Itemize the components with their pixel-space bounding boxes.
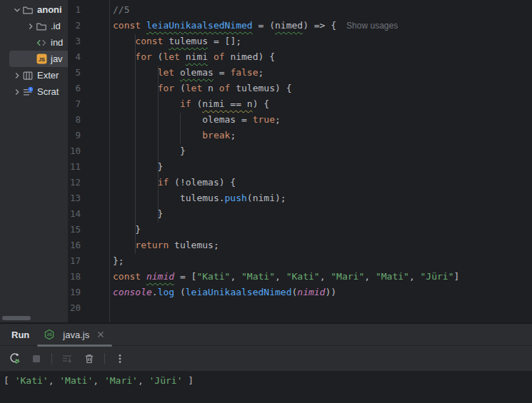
code-line-4[interactable]: 4 for (let nimi of nimed) { (68, 50, 532, 66)
code-editor[interactable]: 1//52const leiaUnikaalsedNimed = (nimed)… (68, 0, 532, 322)
code-text: } (113, 208, 163, 219)
code-text: const leiaUnikaalsedNimed = (nimed) => {… (113, 20, 398, 31)
code-text: tulemus.push(nimi); (113, 193, 286, 203)
chevron-right-icon[interactable] (11, 86, 22, 98)
code-text: let olemas = false; (113, 67, 264, 78)
code-line-13[interactable]: 13 tulemus.push(nimi); (68, 191, 532, 207)
ide-window: anoni.idindJSjavExterScrat 1//52const le… (0, 0, 532, 403)
code-line-18[interactable]: 18const nimid = ["Kati", "Mati", "Kati",… (68, 270, 532, 285)
code-text: break; (113, 130, 236, 141)
project-tree: anoni.idindJSjavExterScrat (0, 1, 68, 100)
code-line-7[interactable]: 7 if (nimi == n) { (68, 97, 532, 113)
code-text: return tulemus; (113, 240, 219, 250)
tree-item-index-file[interactable]: ind (0, 34, 68, 51)
code-line-1[interactable]: 1//5 (68, 3, 532, 19)
stop-icon (29, 352, 44, 366)
tree-item-external-libraries[interactable]: Exter (0, 67, 68, 83)
code-text: } (113, 161, 163, 172)
run-tab-javajs[interactable]: JS java.js (37, 324, 112, 345)
code-line-14[interactable]: 14 } (68, 207, 532, 223)
tree-item-project-root[interactable]: anoni (0, 1, 68, 18)
code-lines: 1//52const leiaUnikaalsedNimed = (nimed)… (68, 3, 532, 317)
tree-item-label: ind (51, 37, 63, 48)
html-file-icon (36, 37, 47, 49)
code-line-15[interactable]: 15 } (68, 223, 532, 238)
project-panel: anoni.idindJSjavExterScrat (0, 0, 68, 322)
tree-item-java-js-file[interactable]: JSjav (0, 51, 68, 67)
code-line-8[interactable]: 8 olemas = true; (68, 113, 532, 128)
more-options-icon[interactable] (113, 352, 127, 366)
code-line-19[interactable]: 19console.log (leiaUnikaalsedNimed(nimid… (68, 285, 532, 301)
code-line-2[interactable]: 2const leiaUnikaalsedNimed = (nimed) => … (68, 19, 532, 34)
tree-item-label: anoni (37, 4, 62, 15)
project-panel-hscrollbar-thumb[interactable] (2, 316, 31, 320)
line-number: 6 (69, 83, 81, 93)
clear-all-icon[interactable] (82, 352, 96, 366)
line-number: 20 (69, 302, 81, 313)
svg-text:JS: JS (38, 56, 44, 63)
line-number: 13 (69, 193, 81, 203)
code-line-3[interactable]: 3 const tulemus = []; (68, 34, 532, 50)
chevron-right-icon[interactable] (25, 21, 36, 32)
code-text: if (nimi == n) { (113, 98, 269, 109)
toolbar-separator (104, 353, 105, 364)
tree-item-label: Scrat (37, 86, 59, 97)
code-text: olemas = true; (113, 114, 281, 125)
scroll-to-end-icon (60, 352, 74, 366)
line-number: 5 (69, 67, 81, 78)
folder-icon (36, 21, 47, 32)
line-number: 11 (69, 161, 81, 172)
chevron-down-icon[interactable] (11, 4, 22, 16)
tree-item-label: Exter (37, 70, 59, 81)
tree-item-label: .id (51, 21, 61, 31)
line-number: 10 (69, 146, 81, 156)
line-number: 19 (69, 287, 81, 297)
run-toolbar (0, 346, 532, 371)
tree-item-label: jav (51, 53, 63, 64)
code-text: if (!olemas) { (113, 177, 236, 188)
line-number: 4 (69, 51, 81, 62)
run-header: Run JS java.js (0, 324, 532, 346)
code-text: for (let nimi of nimed) { (113, 51, 275, 62)
code-text: const nimid = ["Kati", "Mati", "Kati", "… (113, 271, 459, 282)
code-text: } (113, 224, 141, 235)
code-line-12[interactable]: 12 if (!olemas) { (68, 175, 532, 191)
code-line-11[interactable]: 11 } (68, 160, 532, 175)
code-text: for (let n of tulemus) { (113, 83, 291, 93)
code-line-5[interactable]: 5 let olemas = false; (68, 66, 532, 81)
line-number: 14 (69, 208, 81, 219)
line-number: 8 (69, 114, 81, 125)
line-number: 18 (69, 271, 81, 282)
line-number: 3 (69, 36, 81, 46)
chevron-right-icon[interactable] (11, 70, 22, 81)
console-output: [ 'Kati', 'Mati', 'Mari', 'Jüri' ] (0, 371, 532, 403)
code-text: console.log (leiaUnikaalsedNimed(nimid)) (113, 287, 336, 297)
code-text: } (113, 146, 186, 156)
scratches-icon (22, 86, 34, 98)
run-tab-label: java.js (63, 330, 89, 340)
code-line-17[interactable]: 17}; (68, 254, 532, 270)
console-output-line: [ 'Kati', 'Mati', 'Mari', 'Jüri' ] (4, 375, 194, 386)
close-icon[interactable] (96, 330, 106, 340)
library-icon (22, 70, 34, 81)
line-number: 16 (69, 240, 81, 250)
code-line-9[interactable]: 9 break; (68, 128, 532, 144)
line-number: 1 (69, 4, 81, 15)
line-number: 2 (69, 20, 81, 31)
tree-item-scratches[interactable]: Scrat (0, 83, 68, 100)
line-number: 12 (69, 177, 81, 188)
line-number: 9 (69, 130, 81, 141)
code-text: }; (113, 255, 124, 266)
rerun-icon[interactable] (7, 352, 21, 366)
line-number: 7 (69, 98, 81, 109)
code-line-16[interactable]: 16 return tulemus; (68, 238, 532, 254)
folder-icon (22, 4, 34, 16)
js-file-icon: JS (36, 53, 47, 65)
code-line-20[interactable]: 20 (68, 301, 532, 317)
run-tool-window: Run JS java.js (0, 322, 532, 403)
tree-item-idea-folder[interactable]: .id (0, 18, 68, 34)
code-line-10[interactable]: 10 } (68, 144, 532, 160)
svg-text:JS: JS (47, 332, 52, 337)
nodejs-icon: JS (44, 329, 55, 340)
code-line-6[interactable]: 6 for (let n of tulemus) { (68, 81, 532, 97)
